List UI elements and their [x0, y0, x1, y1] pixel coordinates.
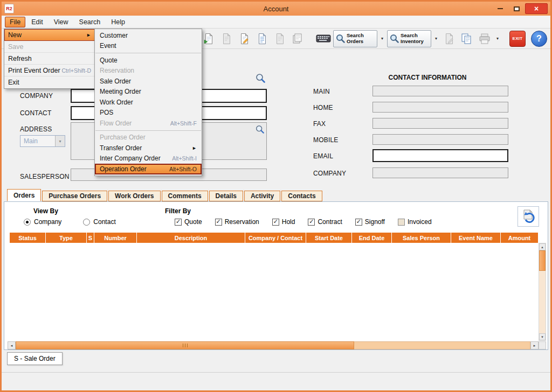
- close-button[interactable]: ×: [525, 3, 548, 14]
- home-phone-input: [372, 102, 508, 113]
- document-new-button[interactable]: [254, 31, 270, 47]
- column-type[interactable]: Type: [46, 233, 87, 243]
- column-number[interactable]: Number: [94, 233, 137, 243]
- view-by-radios: Company Contact: [24, 218, 116, 226]
- scroll-right-button[interactable]: ►: [530, 341, 539, 349]
- column-event-name[interactable]: Event Name: [451, 233, 501, 243]
- tab-bar: Orders Purchase Orders Work Orders Comme…: [2, 189, 550, 201]
- address-search-icon[interactable]: [255, 124, 265, 134]
- menu-help[interactable]: Help: [106, 17, 130, 27]
- vertical-scroll-track[interactable]: [539, 250, 546, 333]
- submenu-item-inter-company-order[interactable]: Inter Company Order Alt+Shift-I: [95, 153, 202, 164]
- horizontal-scroll-thumb[interactable]: [16, 341, 354, 349]
- orders-table-body: [10, 243, 538, 341]
- search-orders-dropdown[interactable]: ▾: [379, 31, 385, 46]
- column-s[interactable]: S: [87, 233, 94, 243]
- scroll-up-button[interactable]: ▲: [539, 243, 546, 250]
- scroll-left-button[interactable]: ◄: [8, 341, 16, 349]
- menu-search[interactable]: Search: [74, 17, 106, 27]
- exit-button[interactable]: EXIT: [509, 31, 526, 47]
- contact-information-header: CONTACT INFORMATION: [347, 74, 508, 81]
- column-sales-person[interactable]: Sales Person: [392, 233, 451, 243]
- scroll-down-button[interactable]: ▼: [539, 333, 546, 340]
- tab-contacts[interactable]: Contacts: [281, 191, 322, 201]
- horizontal-scrollbar[interactable]: ◄ ►: [8, 341, 539, 349]
- menu-file[interactable]: File: [5, 17, 25, 27]
- tab-details[interactable]: Details: [209, 191, 243, 201]
- tab-work-orders[interactable]: Work Orders: [108, 191, 160, 201]
- company-search-icon[interactable]: [255, 73, 266, 83]
- horizontal-scroll-track[interactable]: [354, 341, 530, 349]
- dropdown-arrow-icon: ▾: [435, 36, 437, 41]
- document-import-button[interactable]: [201, 31, 217, 47]
- menu-view[interactable]: View: [49, 17, 73, 27]
- shortcut-label: Ctrl+Shift-D: [61, 67, 91, 74]
- submenu-item-event[interactable]: Event: [95, 41, 202, 52]
- tab-comments[interactable]: Comments: [162, 191, 208, 201]
- vertical-scroll-thumb[interactable]: [539, 250, 546, 271]
- new-submenu: Customer Event Quote Reservation Sale Or…: [94, 29, 202, 176]
- document-edit-button[interactable]: [236, 31, 252, 47]
- copy-button[interactable]: [459, 31, 475, 47]
- help-button[interactable]: ?: [531, 31, 547, 47]
- document-icon-disabled: [274, 33, 285, 45]
- view-by-company-radio[interactable]: Company: [24, 218, 61, 226]
- column-status[interactable]: Status: [10, 233, 46, 243]
- filter-checkbox-signoff[interactable]: ✓ Signoff: [355, 218, 385, 226]
- column-description[interactable]: Description: [137, 233, 245, 243]
- submenu-item-reservation: Reservation: [95, 66, 202, 76]
- down-arrow-icon: ▼: [541, 335, 544, 339]
- file-menu-item-new[interactable]: New ►: [4, 29, 95, 41]
- documents-stack-button: [289, 31, 306, 47]
- search-orders-button[interactable]: Search Orders: [333, 30, 377, 47]
- submenu-item-work-order[interactable]: Work Order: [95, 97, 202, 108]
- print-dropdown[interactable]: ▾: [494, 31, 501, 46]
- filter-checkbox-contract[interactable]: ✓ Contract: [308, 218, 342, 226]
- vertical-scrollbar[interactable]: ▲ ▼: [539, 243, 546, 341]
- column-amount[interactable]: Amount: [501, 233, 538, 243]
- checkbox-checked-icon: ✓: [355, 219, 362, 226]
- submenu-item-transfer-order[interactable]: Transfer Order ►: [95, 143, 202, 153]
- email-input[interactable]: [372, 149, 508, 162]
- column-company-contact[interactable]: Company / Contact: [245, 233, 306, 243]
- filter-checkbox-quote[interactable]: ✓ Quote: [175, 218, 202, 226]
- search-orders-label: Search Orders: [347, 33, 375, 45]
- view-by-contact-radio[interactable]: Contact: [83, 218, 115, 226]
- company-phone-input: [372, 167, 508, 178]
- submenu-arrow-icon: ►: [86, 32, 91, 38]
- filter-checkbox-hold[interactable]: ✓ Hold: [272, 218, 295, 226]
- file-menu-item-exit[interactable]: Exit: [4, 76, 95, 88]
- search-inventory-dropdown[interactable]: ▾: [433, 31, 439, 46]
- file-menu-item-refresh[interactable]: Refresh: [4, 53, 95, 65]
- copy-icon: [461, 33, 473, 45]
- shortcut-label: Alt+Shift-O: [169, 166, 197, 172]
- submenu-item-meeting-order[interactable]: Meeting Order: [95, 87, 202, 97]
- tab-purchase-orders[interactable]: Purchase Orders: [42, 191, 107, 201]
- refresh-results-button[interactable]: [518, 206, 539, 227]
- submenu-item-pos[interactable]: POS: [95, 108, 202, 118]
- submenu-item-quote[interactable]: Quote: [95, 55, 202, 66]
- search-inventory-button[interactable]: Search Inventory: [387, 30, 431, 47]
- filter-checkbox-invoiced[interactable]: Invoiced: [398, 218, 432, 226]
- document-button-disabled-1: [218, 31, 234, 47]
- tab-activity[interactable]: Activity: [244, 191, 280, 201]
- maximize-button[interactable]: [509, 3, 524, 14]
- submenu-item-customer[interactable]: Customer: [95, 30, 202, 41]
- column-end-date[interactable]: End Date: [352, 233, 392, 243]
- file-menu-item-print-event-order[interactable]: Print Event Order Ctrl+Shift-D: [4, 65, 95, 76]
- shortcut-label: Alt+Shift-F: [170, 120, 197, 127]
- submenu-item-operation-order[interactable]: Operation Order Alt+Shift-O: [95, 164, 202, 174]
- filter-checkbox-reservation[interactable]: ✓ Reservation: [215, 218, 259, 226]
- submenu-item-purchase-order: Purchase Order: [95, 132, 202, 143]
- menu-edit[interactable]: Edit: [26, 17, 48, 27]
- minimize-button[interactable]: [493, 3, 508, 14]
- submenu-item-sale-order[interactable]: Sale Order: [95, 76, 202, 87]
- window-title: Account: [2, 5, 550, 13]
- tab-orders[interactable]: Orders: [7, 189, 41, 201]
- column-start-date[interactable]: Start Date: [306, 233, 352, 243]
- app-icon: R2: [4, 4, 14, 13]
- file-menu-item-save: Save: [4, 41, 95, 53]
- pos-keyboard-button[interactable]: [315, 31, 332, 47]
- address-type-select[interactable]: Main ▾: [20, 135, 65, 147]
- filter-by-label: Filter By: [165, 207, 191, 215]
